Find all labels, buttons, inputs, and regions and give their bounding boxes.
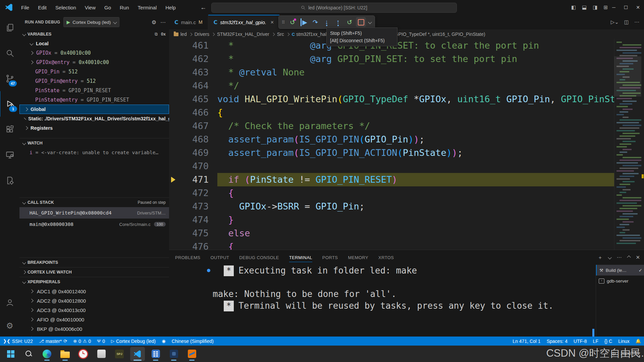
code-editor[interactable]: 461 * @arg GPIO_PIN_RESET: to clear the … <box>169 39 614 250</box>
watch-section-header[interactable]: WATCH <box>19 138 169 148</box>
taskbar-clock-app[interactable] <box>76 347 91 361</box>
toggle-panel-icon[interactable]: ⬓ <box>582 4 587 10</box>
menu-item-help[interactable]: Help <box>162 3 179 12</box>
start-debug-icon[interactable]: ▶ <box>66 19 70 25</box>
debug-settings-gear-icon[interactable]: ⚙ <box>152 19 156 25</box>
toggle-sidebar-icon[interactable]: ◧ <box>571 4 576 10</box>
code-line-468[interactable]: 468 assert_param(IS_GPIO_PIN(GPIO_Pin)); <box>169 133 614 146</box>
status-item-spaces-4[interactable]: Spaces: 4 <box>544 337 571 346</box>
panel-tab-memory[interactable]: MEMORY <box>348 250 368 265</box>
tray-expand-icon[interactable]: ^ <box>605 351 607 356</box>
code-line-464[interactable]: 464 */ <box>169 79 614 93</box>
close-tab-icon[interactable]: ✕ <box>270 20 274 25</box>
call-stack-frame[interactable]: main@0x08000308Core/Src/main.c100 <box>19 219 169 230</box>
panel-more-actions-icon[interactable]: ⋯ <box>616 254 622 260</box>
peripheral-row[interactable]: ADC1 @ 0x40012400 <box>19 287 169 296</box>
status-item-0[interactable]: ⊗0⚠0 <box>70 337 94 346</box>
terminal-instance-gdb-server[interactable]: ›gdb-server <box>596 276 644 286</box>
sidebar-item-source-control[interactable]: 47 <box>0 66 19 91</box>
menu-item-selection[interactable]: Selection <box>52 3 79 12</box>
variables-scope-local[interactable]: Local <box>19 39 169 48</box>
code-line-472[interactable]: 472 { <box>169 186 614 200</box>
status-item--c[interactable]: {} C <box>601 337 615 346</box>
variables-scope-registers[interactable]: Registers <box>19 123 169 133</box>
variable-row[interactable]: GPIO_Pin = 512 <box>19 67 169 76</box>
code-line-470[interactable]: 470 <box>169 160 614 173</box>
step-into-button[interactable]: ↓ <box>322 17 332 27</box>
editor-tab-stm32f1xx_hal_gpio-[interactable]: Cstm32f1xx_hal_gpio.✕ <box>208 15 280 29</box>
code-line-474[interactable]: 474 } <box>169 213 614 227</box>
breadcrumb-item[interactable]: STM32F1xx_HAL_Driver <box>217 32 269 37</box>
xperipherals-section-header[interactable]: XPERIPHERALS <box>19 277 169 287</box>
maximize-panel-icon[interactable] <box>627 255 631 259</box>
taskbar-navy-app[interactable] <box>166 347 181 361</box>
status-item-linux[interactable]: Linux <box>615 337 632 346</box>
stop-button[interactable] <box>356 17 366 27</box>
status-item-master-[interactable]: ⎇master*⟳ <box>36 337 70 346</box>
taskbar-edge[interactable] <box>40 347 54 361</box>
terminal-scrollbar[interactable] <box>592 329 594 337</box>
account-icon[interactable] <box>0 290 19 315</box>
code-line-462[interactable]: 462 * @arg GPIO_PIN_SET: to set the port… <box>169 52 614 66</box>
variables-scope-static[interactable]: Static: ./Drivers/STM32F1xx_HAL_Driver/S… <box>19 114 169 123</box>
panel-tab-output[interactable]: OUTPUT <box>210 250 229 265</box>
peripheral-row[interactable]: BKP @ 0x40006c00 <box>19 324 169 334</box>
step-out-button[interactable]: ↑ <box>333 17 343 27</box>
panel-tab-debug-console[interactable]: DEBUG CONSOLE <box>239 250 279 265</box>
taskbar-start[interactable] <box>3 347 18 361</box>
menu-item-file[interactable]: File <box>18 3 32 12</box>
sidebar-item-peripheral-tools[interactable] <box>0 168 19 193</box>
minimap-viewport[interactable] <box>614 56 641 97</box>
launch-config-dropdown[interactable]: ▶ Cortex Debug (led) <box>63 17 119 27</box>
status-item-ssh-u22[interactable]: ❯❮SSH: U22 <box>0 337 36 346</box>
step-over-button[interactable]: ↷ <box>310 17 320 27</box>
new-terminal-icon[interactable]: ＋ <box>597 254 602 261</box>
breadcrumb-item[interactable]: Src <box>277 32 284 37</box>
reset-device-button[interactable]: ↺ <box>287 17 298 27</box>
breakpoints-section-header[interactable]: BREAKPOINTS <box>19 257 169 267</box>
variables-section-header[interactable]: VARIABLES ⧉ 0x <box>19 29 169 39</box>
taskbar-orange-app[interactable] <box>184 347 199 361</box>
taskbar-vscode[interactable] <box>130 347 145 361</box>
variable-row[interactable]: PinState@entry = GPIO_PIN_RESET <box>19 95 169 105</box>
panel-tab-problems[interactable]: PROBLEMS <box>175 250 200 265</box>
continue-button[interactable]: ▶ <box>299 17 309 27</box>
chevron-down-icon[interactable] <box>368 20 372 24</box>
sidebar-item-run-debug[interactable]: 1 <box>0 91 20 117</box>
terminal-dropdown-chevron-icon[interactable] <box>608 255 612 259</box>
code-line-467[interactable]: 467 /* Check the parameters */ <box>169 119 614 133</box>
peripheral-row[interactable]: AFIO @ 0x40010000 <box>19 315 169 324</box>
split-editor-icon[interactable]: ◫ <box>624 19 629 25</box>
code-line-471[interactable]: 471 if (PinState != GPIO_PIN_RESET) <box>169 173 614 186</box>
variable-row[interactable]: PinState = GPIO_PIN_RESET <box>19 86 169 95</box>
sidebar-item-explorer[interactable] <box>0 15 19 40</box>
editor-tab-main-c[interactable]: Cmain.cM <box>169 15 208 29</box>
code-line-465[interactable]: 465void HAL_GPIO_WritePin(GPIO_TypeDef *… <box>169 93 614 106</box>
peripheral-row[interactable]: ADC2 @ 0x40012800 <box>19 296 169 305</box>
peripheral-row[interactable]: CAN1 @ 0x40006400 <box>19 334 169 337</box>
code-line-469[interactable]: 469 assert_param(IS_GPIO_PIN_ACTION(PinS… <box>169 146 614 160</box>
code-line-466[interactable]: 466{ <box>169 106 614 119</box>
status-item-utf-8[interactable]: UTF-8 <box>571 337 590 346</box>
command-center-search[interactable]: led (Workspace) [SSH: U22] <box>211 3 457 13</box>
taskbar-calculator[interactable] <box>148 347 163 361</box>
taskbar-explorer[interactable] <box>58 347 72 361</box>
ime-indicator[interactable]: 中 <box>611 351 616 357</box>
call-stack-section-header[interactable]: CALL STACK Paused on step <box>19 197 169 207</box>
status-item-eye[interactable]: ◉ <box>159 337 168 346</box>
panel-tab-terminal[interactable]: TERMINAL <box>289 250 312 265</box>
variable-row[interactable]: GPIOx = 0x40010c00 <box>19 48 169 58</box>
hex-format-toggle[interactable]: 0x <box>161 32 166 37</box>
panel-tab-xrtos[interactable]: XRTOS <box>378 250 394 265</box>
taskbar-spj-app[interactable]: SPJ <box>112 347 127 361</box>
panel-tab-ports[interactable]: PORTS <box>322 250 338 265</box>
code-line-473[interactable]: 473 GPIOx->BSRR = GPIO_Pin; <box>169 200 614 213</box>
cortex-live-watch-section-header[interactable]: CORTEX LIVE WATCH <box>19 267 169 277</box>
sidebar-item-remote-explorer[interactable] <box>0 142 19 168</box>
editor-more-actions-icon[interactable]: ⋯ <box>634 19 639 25</box>
code-line-463[interactable]: 463 * @retval None <box>169 66 614 79</box>
maximize-button[interactable]: ☐ <box>620 0 632 15</box>
terminal-instance-Build-le-[interactable]: ⚒Build (le…✓ <box>596 265 644 276</box>
sidebar-item-extensions[interactable] <box>0 117 19 142</box>
collapse-all-icon[interactable]: ⧉ <box>155 32 158 37</box>
